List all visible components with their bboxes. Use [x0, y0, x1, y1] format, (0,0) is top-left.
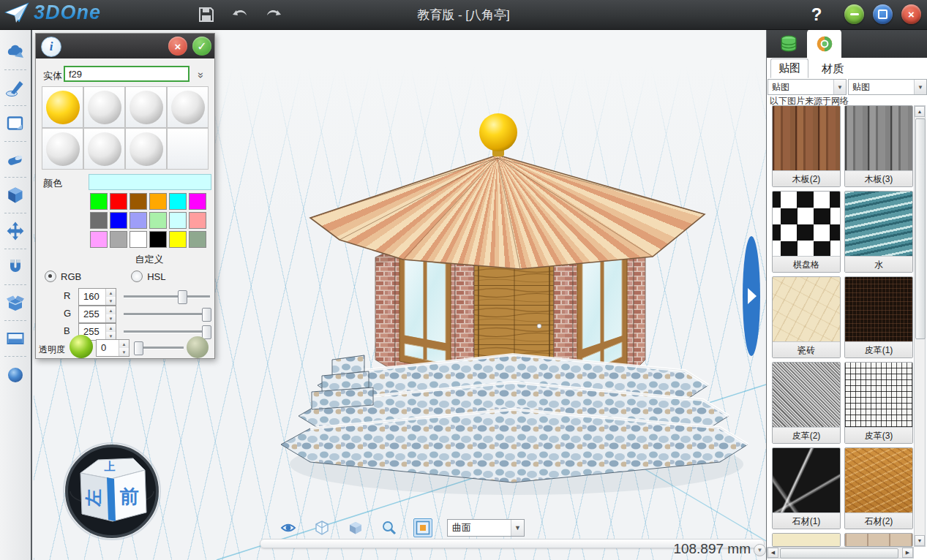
minimize-button[interactable]: [844, 4, 864, 24]
save-button[interactable]: [196, 4, 217, 25]
slider-thumb[interactable]: [202, 308, 211, 322]
tab-materials[interactable]: [807, 29, 841, 58]
g-value-spinner[interactable]: 255▲▼: [78, 306, 116, 323]
palette-swatch[interactable]: [189, 231, 206, 248]
slider-thumb[interactable]: [134, 341, 143, 355]
feature-cube-icon[interactable]: [2, 181, 29, 209]
shaded-icon[interactable]: [346, 518, 365, 537]
palette-swatch[interactable]: [169, 212, 187, 229]
hsl-radio[interactable]: HSL: [131, 270, 165, 282]
palette-swatch[interactable]: [149, 193, 167, 210]
palette-swatch[interactable]: [189, 193, 206, 210]
opacity-slider[interactable]: [134, 347, 184, 349]
material-preset-chrome[interactable]: [42, 128, 83, 170]
slider-thumb[interactable]: [202, 325, 211, 339]
palette-swatch[interactable]: [90, 193, 108, 210]
texture-item[interactable]: 皮革(1): [844, 276, 913, 358]
texture-item[interactable]: [772, 533, 841, 547]
texture-item[interactable]: 瓷砖: [772, 276, 841, 358]
palette-swatch[interactable]: [130, 212, 147, 229]
undo-button[interactable]: [230, 4, 250, 25]
palette-swatch[interactable]: [149, 231, 167, 248]
confirm-button[interactable]: ✓: [192, 37, 211, 56]
cancel-button[interactable]: ×: [168, 37, 187, 56]
texture-item[interactable]: 皮革(3): [844, 362, 913, 444]
sketch-icon[interactable]: [2, 74, 29, 102]
scroll-right-icon[interactable]: ▶: [902, 548, 913, 558]
palette-swatch[interactable]: [149, 212, 167, 229]
material-preset-chrome[interactable]: [125, 128, 167, 170]
texture-filter-dropdown[interactable]: 贴图▼: [848, 79, 927, 95]
scrollbar-thumb[interactable]: [915, 118, 926, 339]
rgb-radio[interactable]: RGB: [45, 270, 81, 282]
zoom-icon[interactable]: [380, 518, 399, 537]
horizontal-scrollbar[interactable]: ◀ ▶: [767, 547, 914, 559]
palette-swatch[interactable]: [90, 231, 108, 248]
material-preset-chrome[interactable]: [83, 128, 125, 170]
texture-item[interactable]: 棋盘格: [772, 191, 841, 273]
vertical-scrollbar[interactable]: ▲ ▼: [914, 105, 926, 547]
expand-chevron-icon[interactable]: »: [195, 68, 209, 81]
r-value-spinner[interactable]: 160▲▼: [78, 288, 116, 306]
display-mode-dropdown[interactable]: 曲面 ▼: [447, 519, 525, 537]
wireframe-icon[interactable]: [312, 518, 331, 537]
opacity-spinner[interactable]: 0 ▲▼: [96, 339, 130, 357]
palette-swatch[interactable]: [130, 193, 147, 210]
palette-swatch[interactable]: [110, 193, 127, 210]
scrollbar-thumb[interactable]: [780, 548, 898, 559]
palette-swatch[interactable]: [130, 231, 147, 248]
b-slider[interactable]: [124, 330, 210, 333]
restore-button[interactable]: [873, 4, 893, 24]
palette-swatch[interactable]: [169, 231, 187, 248]
palette-swatch[interactable]: [90, 212, 108, 229]
tab-model-library[interactable]: [771, 29, 806, 58]
redo-button[interactable]: [263, 4, 284, 25]
texture-item[interactable]: 石材(2): [844, 447, 913, 529]
palette-swatch[interactable]: [169, 193, 187, 210]
info-icon[interactable]: i: [41, 37, 61, 57]
primitive-solids-icon[interactable]: [2, 38, 29, 66]
help-button[interactable]: ?: [805, 3, 828, 26]
palette-swatch[interactable]: [189, 212, 206, 229]
slider-thumb[interactable]: [178, 290, 187, 304]
dialog-header[interactable]: i × ✓: [36, 34, 214, 58]
palette-swatch[interactable]: [110, 212, 127, 229]
entity-input[interactable]: [64, 66, 189, 82]
render-mode-icon[interactable]: [413, 518, 432, 537]
custom-color-link[interactable]: 自定义: [90, 253, 209, 266]
sphere-primitive-icon[interactable]: [2, 360, 29, 388]
material-preset-chrome[interactable]: [125, 86, 167, 128]
move-icon[interactable]: [2, 217, 29, 245]
subtab-materials[interactable]: 材质: [814, 60, 851, 78]
current-color-swatch[interactable]: [89, 174, 211, 190]
texture-item[interactable]: [844, 533, 913, 547]
surface-edit-icon[interactable]: [2, 145, 29, 173]
material-preset-empty[interactable]: [167, 128, 209, 170]
material-preset-chrome[interactable]: [167, 86, 209, 128]
scroll-down-icon[interactable]: ▼: [915, 535, 925, 546]
texture-category-dropdown[interactable]: 贴图▼: [768, 79, 847, 95]
sketch-plane-icon[interactable]: [2, 110, 29, 137]
texture-item[interactable]: 木板(2): [772, 105, 841, 187]
measurement-unit-dropdown[interactable]: ▼: [754, 544, 766, 556]
scroll-up-icon[interactable]: ▲: [915, 106, 925, 117]
subtab-textures[interactable]: 贴图: [770, 58, 808, 78]
close-button[interactable]: ×: [901, 4, 921, 24]
material-preset-gold[interactable]: [42, 86, 83, 128]
section-icon[interactable]: [2, 325, 29, 352]
combine-icon[interactable]: [2, 289, 29, 317]
material-preset-chrome[interactable]: [83, 86, 125, 128]
opacity-preview-sphere[interactable]: [70, 335, 93, 358]
g-slider[interactable]: [124, 313, 210, 316]
scroll-left-icon[interactable]: ◀: [768, 548, 778, 558]
palette-swatch[interactable]: [110, 231, 127, 248]
texture-item[interactable]: 石材(1): [772, 447, 841, 529]
texture-item[interactable]: 木板(3): [844, 105, 913, 187]
visibility-icon[interactable]: [279, 518, 298, 537]
magnet-constraint-icon[interactable]: [2, 253, 29, 281]
channel-value: 255: [79, 306, 105, 322]
r-slider[interactable]: [124, 295, 210, 298]
view-cube[interactable]: 上 左 前: [64, 443, 160, 540]
texture-item[interactable]: 水: [844, 191, 913, 273]
texture-item[interactable]: 皮革(2): [772, 362, 841, 444]
